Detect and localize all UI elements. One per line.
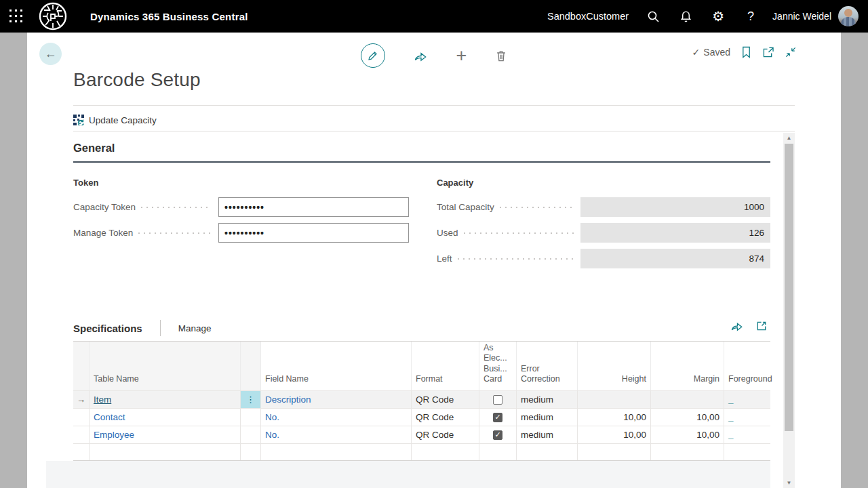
capacity-token-label: Capacity Token xyxy=(73,202,136,212)
table-name-cell[interactable]: Contact xyxy=(94,412,125,422)
table-name-cell[interactable]: Item xyxy=(94,394,111,405)
format-cell[interactable]: QR Code xyxy=(412,426,479,443)
height-cell[interactable] xyxy=(578,391,651,408)
company-logo[interactable] xyxy=(39,2,67,30)
column-header-field-name[interactable]: Field Name xyxy=(261,342,412,390)
left-field-row: Left 874 xyxy=(437,249,770,268)
capacity-group: Capacity Total Capacity 1000 Used 126 Le… xyxy=(437,178,770,274)
column-header-as-card[interactable]: As Elec... Busi... Card xyxy=(479,342,517,390)
save-status-group: ✓ Saved xyxy=(692,46,796,58)
search-icon[interactable] xyxy=(637,0,669,33)
open-in-window-icon[interactable] xyxy=(762,47,774,58)
app-launcher-icon[interactable] xyxy=(8,8,24,24)
used-label: Used xyxy=(437,228,458,238)
as-card-checkbox[interactable] xyxy=(493,413,502,422)
user-name[interactable]: Jannic Weidel xyxy=(772,11,831,22)
manage-token-label: Manage Token xyxy=(73,228,133,238)
table-row[interactable]: → Item ⋮ Description QR Code medium _ xyxy=(73,390,770,408)
row-indicator-header xyxy=(73,342,90,390)
used-value: 126 xyxy=(580,223,770,243)
left-value: 874 xyxy=(580,249,770,268)
edit-button[interactable] xyxy=(361,43,385,68)
vertical-scrollbar[interactable]: ▲ ▼ xyxy=(783,133,795,488)
row-menu-cell xyxy=(241,426,261,443)
margin-cell[interactable]: 10,00 xyxy=(651,409,724,426)
new-record-button[interactable]: + xyxy=(456,47,467,65)
margin-cell[interactable]: 10,00 xyxy=(651,426,724,443)
column-header-height[interactable]: Height xyxy=(578,342,651,390)
save-status-text: Saved xyxy=(703,47,730,58)
format-cell[interactable]: QR Code xyxy=(412,391,479,408)
capacity-token-field-row: Capacity Token xyxy=(73,197,409,217)
margin-cell[interactable] xyxy=(651,391,724,408)
foreground-cell[interactable]: _ xyxy=(728,430,734,440)
page-title: Barcode Setup xyxy=(73,69,201,91)
height-cell[interactable]: 10,00 xyxy=(578,426,651,443)
manage-token-input[interactable] xyxy=(218,223,409,243)
row-menu-cell xyxy=(241,409,261,426)
notifications-bell-icon[interactable] xyxy=(669,0,702,33)
user-avatar[interactable] xyxy=(838,6,859,26)
error-correction-cell[interactable]: medium xyxy=(517,391,578,408)
field-name-cell[interactable]: Description xyxy=(265,394,311,405)
update-capacity-label: Update Capacity xyxy=(89,115,157,125)
row-selector-arrow: → xyxy=(73,391,90,408)
dot-leader xyxy=(141,207,212,208)
update-capacity-action[interactable]: Update Capacity xyxy=(73,111,157,129)
field-name-cell[interactable]: No. xyxy=(265,430,279,440)
specifications-actions xyxy=(730,320,768,332)
capacity-group-label: Capacity xyxy=(437,178,770,188)
error-correction-cell[interactable]: medium xyxy=(517,409,578,426)
divider xyxy=(73,105,795,106)
settings-gear-icon[interactable]: ⚙ xyxy=(702,0,734,33)
total-capacity-label: Total Capacity xyxy=(437,202,494,212)
row-menu-icon[interactable]: ⋮ xyxy=(241,391,261,408)
total-capacity-value: 1000 xyxy=(580,197,770,217)
column-header-menu xyxy=(241,342,261,390)
column-header-table-name[interactable]: Table Name xyxy=(90,342,241,390)
delete-button[interactable] xyxy=(495,49,507,62)
token-group-label: Token xyxy=(73,178,409,188)
column-header-margin[interactable]: Margin xyxy=(651,342,724,390)
error-correction-cell[interactable]: medium xyxy=(517,426,578,443)
field-name-cell[interactable]: No. xyxy=(265,412,279,422)
update-capacity-icon xyxy=(73,115,84,125)
height-cell[interactable]: 10,00 xyxy=(578,409,651,426)
share-list-icon[interactable] xyxy=(730,320,744,332)
general-section-underline xyxy=(73,161,770,163)
environment-name[interactable]: SandboxCustomer xyxy=(547,11,629,22)
expand-list-icon[interactable] xyxy=(756,320,768,332)
table-row[interactable]: Employee No. QR Code medium 10,00 10,00 … xyxy=(73,426,770,443)
row-indicator-cell xyxy=(73,426,90,443)
scroll-down-arrow-icon[interactable]: ▼ xyxy=(783,478,795,488)
divider xyxy=(73,131,795,131)
specifications-title[interactable]: Specifications xyxy=(73,323,142,334)
top-navigation-bar: Dynamics 365 Business Central SandboxCus… xyxy=(0,0,868,33)
as-card-checkbox[interactable] xyxy=(493,395,502,405)
manage-menu-item[interactable]: Manage xyxy=(178,323,212,333)
format-cell[interactable]: QR Code xyxy=(412,409,479,426)
bookmark-icon[interactable] xyxy=(741,46,751,58)
as-card-checkbox[interactable] xyxy=(493,430,502,440)
table-row-empty[interactable] xyxy=(73,443,770,461)
capacity-token-input[interactable] xyxy=(218,197,409,217)
left-label: Left xyxy=(437,253,452,264)
column-header-format[interactable]: Format xyxy=(412,342,479,390)
table-row[interactable]: Contact No. QR Code medium 10,00 10,00 _ xyxy=(73,408,770,426)
scrollbar-thumb[interactable] xyxy=(785,144,793,431)
foreground-cell[interactable]: _ xyxy=(728,412,734,422)
collapse-icon[interactable] xyxy=(785,47,796,58)
table-name-cell[interactable]: Employee xyxy=(94,430,134,440)
scroll-up-arrow-icon[interactable]: ▲ xyxy=(783,133,795,143)
help-icon[interactable]: ? xyxy=(734,0,767,33)
share-button[interactable] xyxy=(414,49,428,62)
general-section-heading[interactable]: General xyxy=(73,142,115,155)
app-title[interactable]: Dynamics 365 Business Central xyxy=(90,11,248,22)
column-header-error-correction[interactable]: Error Correction xyxy=(517,342,578,390)
column-header-foreground[interactable]: Foreground xyxy=(724,342,770,390)
dot-leader xyxy=(500,207,574,208)
foreground-cell[interactable]: _ xyxy=(728,394,734,405)
total-capacity-field-row: Total Capacity 1000 xyxy=(437,197,770,217)
dot-leader xyxy=(464,232,574,234)
specifications-header: Specifications Manage xyxy=(73,318,212,338)
